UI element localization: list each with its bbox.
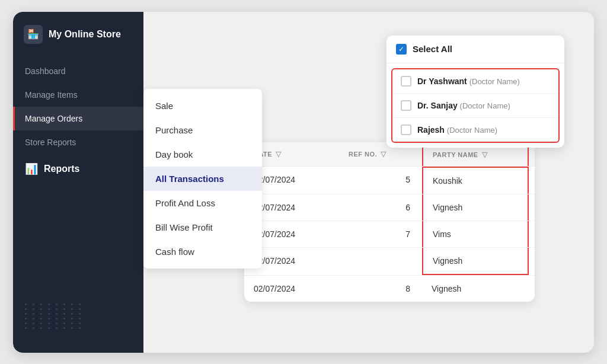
td-ref-2: 6 xyxy=(339,194,422,221)
menu-item-day-book[interactable]: Day book xyxy=(143,142,262,167)
store-header: 🏪 My Online Store xyxy=(13,12,143,55)
dropdown-menu: Sale Purchase Day book All Transactions … xyxy=(143,89,262,269)
table-row: 02/07/2024 Vignesh xyxy=(244,248,535,276)
menu-item-all-transactions[interactable]: All Transactions xyxy=(143,167,262,191)
td-extra-5 xyxy=(529,276,535,302)
td-party-4: Vignesh xyxy=(422,248,529,275)
ref-filter-icon[interactable]: ▽ xyxy=(381,150,386,158)
doctor-2-checkbox[interactable] xyxy=(401,100,411,111)
menu-item-sale[interactable]: Sale xyxy=(143,94,262,118)
menu-item-bill-wise-profit[interactable]: Bill Wise Profit xyxy=(143,215,262,240)
sidebar-nav: Dashboard Manage Items Manage Orders Sto… xyxy=(13,55,143,189)
doctor-1-name: Dr Yashwant (Doctor Name) xyxy=(417,76,520,86)
table-row: 02/07/2024 5 Koushik xyxy=(244,167,535,194)
main-container: 🏪 My Online Store Dashboard Manage Items… xyxy=(13,12,594,353)
store-icon: 🏪 xyxy=(24,25,43,44)
store-name: My Online Store xyxy=(49,29,121,40)
doctor-3-name: Rajesh (Doctor Name) xyxy=(417,125,497,135)
table-row: 02/07/2024 7 Vims xyxy=(244,221,535,248)
sidebar-item-manage-orders[interactable]: Manage Orders xyxy=(13,107,143,130)
doctor-options-list: Dr Yashwant (Doctor Name) Dr. Sanjay (Do… xyxy=(391,68,560,143)
menu-item-profit-loss[interactable]: Profit And Loss xyxy=(143,191,262,215)
td-party-3: Vims xyxy=(422,221,529,247)
sidebar-item-manage-items[interactable]: Manage Items xyxy=(13,83,143,107)
sidebar: 🏪 My Online Store Dashboard Manage Items… xyxy=(13,12,143,353)
sidebar-item-store-reports[interactable]: Store Reports xyxy=(13,130,143,154)
menu-item-cash-flow[interactable]: Cash flow xyxy=(143,240,262,264)
doctor-1-checkbox[interactable] xyxy=(401,76,411,87)
table-card: DATE ▽ REF NO. ▽ PARTY NAME ▽ 02/07/2024… xyxy=(244,142,535,302)
td-extra-4 xyxy=(529,248,535,275)
table-row: 02/07/2024 6 Vignesh xyxy=(244,194,535,221)
td-party-5: Vignesh xyxy=(422,276,529,302)
td-date-5: 02/07/2024 xyxy=(244,276,339,302)
select-all-checkbox[interactable]: ✓ xyxy=(396,44,407,55)
doctor-option-3[interactable]: Rajesh (Doctor Name) xyxy=(392,118,558,142)
td-extra-2 xyxy=(529,194,535,221)
td-extra-3 xyxy=(529,221,535,247)
sidebar-item-dashboard[interactable]: Dashboard xyxy=(13,59,143,83)
table-row: 02/07/2024 8 Vignesh xyxy=(244,276,535,302)
doctor-option-2[interactable]: Dr. Sanjay (Doctor Name) xyxy=(392,94,558,118)
menu-item-purchase[interactable]: Purchase xyxy=(143,118,262,142)
select-dropdown: ✓ Select All Dr Yashwant (Doctor Name) D… xyxy=(386,36,564,148)
doctor-3-checkbox[interactable] xyxy=(401,124,411,135)
sidebar-item-reports[interactable]: 📊 Reports xyxy=(13,154,143,184)
td-ref-3: 7 xyxy=(339,221,422,247)
doctor-option-1[interactable]: Dr Yashwant (Doctor Name) xyxy=(392,69,558,94)
date-filter-icon[interactable]: ▽ xyxy=(276,150,282,158)
td-party-1: Koushik xyxy=(422,167,529,194)
party-filter-icon[interactable]: ▽ xyxy=(482,151,488,159)
td-ref-1: 5 xyxy=(339,167,422,194)
td-extra-1 xyxy=(529,167,535,194)
select-all-label: Select All xyxy=(413,44,452,54)
dots-pattern xyxy=(25,304,84,329)
td-party-2: Vignesh xyxy=(422,194,529,221)
td-ref-5: 8 xyxy=(339,276,422,302)
doctor-2-name: Dr. Sanjay (Doctor Name) xyxy=(417,101,510,110)
td-ref-4 xyxy=(339,248,422,275)
select-all-row[interactable]: ✓ Select All xyxy=(386,36,564,63)
reports-icon: 📊 xyxy=(25,162,38,175)
